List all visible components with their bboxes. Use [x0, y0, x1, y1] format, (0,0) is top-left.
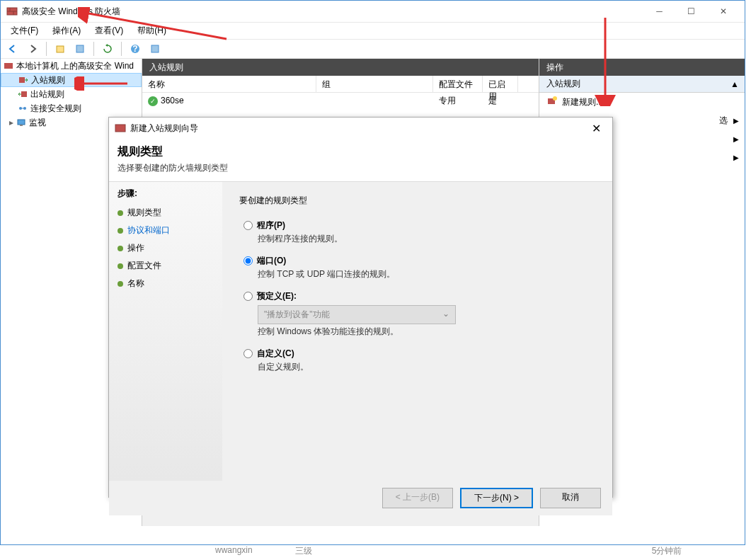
svg-rect-4	[57, 46, 64, 52]
help-button[interactable]: ?	[127, 41, 143, 57]
dialog-header: 规则类型 选择要创建的防火墙规则类型	[109, 139, 612, 182]
col-name[interactable]: 名称	[142, 76, 316, 92]
forward-button[interactable]	[25, 41, 40, 57]
nav-rule-type[interactable]: 规则类型	[113, 204, 218, 222]
radio-port-input[interactable]	[243, 256, 253, 265]
window-title: 高级安全 Windows 防火墙	[22, 6, 643, 18]
dialog-title: 新建入站规则向导	[130, 122, 585, 135]
close-button[interactable]: ✕	[707, 1, 739, 22]
radio-custom-desc: 自定义规则。	[258, 361, 595, 373]
rule-profile: 专用	[433, 93, 483, 108]
svg-point-18	[553, 96, 557, 101]
tree-connection[interactable]: 连接安全规则	[1, 101, 142, 115]
bullet-icon	[117, 210, 123, 216]
dialog-steps-nav: 步骤: 规则类型 协议和端口 操作 配置文件 名称	[109, 182, 222, 481]
col-enabled[interactable]: 已启用	[483, 76, 518, 92]
radio-custom[interactable]: 自定义(C)	[243, 348, 595, 360]
actions-sub-label: 入站规则	[546, 78, 580, 90]
nav-title: 步骤:	[113, 188, 218, 200]
tree-root[interactable]: 本地计算机 上的高级安全 Wind	[1, 59, 142, 73]
refresh-button[interactable]	[100, 41, 115, 57]
svg-rect-19	[115, 125, 125, 132]
rules-header: 入站规则	[142, 59, 539, 76]
svg-rect-8	[151, 45, 159, 52]
action-filter-label: 选	[719, 115, 728, 127]
dialog-close-button[interactable]: ✕	[585, 118, 607, 139]
tree-outbound[interactable]: 出站规则	[1, 87, 142, 101]
cancel-button[interactable]: 取消	[540, 488, 601, 508]
tree-outbound-label: 出站规则	[30, 88, 64, 101]
footer-user: wwangxin	[215, 545, 253, 557]
dialog-content: 要创建的规则类型 程序(P) 控制程序连接的规则。 端口(O) 控制 TCP 或…	[222, 182, 612, 481]
nav-action[interactable]: 操作	[113, 239, 218, 257]
page-footer: wwangxin 三级 5分钟前	[212, 542, 684, 560]
radio-custom-input[interactable]	[243, 349, 253, 358]
connection-icon	[18, 103, 28, 113]
new-rule-wizard-dialog: 新建入站规则向导 ✕ 规则类型 选择要创建的防火墙规则类型 步骤: 规则类型 协…	[108, 117, 613, 498]
firewall-icon	[4, 61, 13, 71]
tree-monitor-label: 监视	[29, 117, 46, 129]
chevron-down-icon: ⌄	[442, 309, 449, 321]
bullet-icon	[117, 281, 123, 287]
actions-sub-header[interactable]: 入站规则 ▲	[539, 76, 745, 93]
nav-protocol[interactable]: 协议和端口	[113, 222, 218, 239]
svg-rect-10	[19, 77, 25, 83]
action-new-rule[interactable]: 新建规则...	[539, 93, 745, 111]
radio-program-desc: 控制程序连接的规则。	[258, 233, 595, 245]
dialog-heading: 规则类型	[117, 144, 604, 159]
svg-rect-11	[21, 91, 27, 97]
bullet-icon	[117, 263, 123, 269]
radio-predefined-desc: 控制 Windows 体验功能连接的规则。	[258, 326, 595, 338]
nav-name[interactable]: 名称	[113, 275, 218, 292]
menu-action[interactable]: 操作(A)	[47, 23, 86, 38]
radio-program-input[interactable]	[243, 221, 253, 230]
svg-rect-5	[76, 45, 84, 52]
col-group[interactable]: 组	[316, 76, 433, 92]
window-controls: ─ ☐ ✕	[643, 1, 739, 22]
minimize-button[interactable]: ─	[643, 1, 675, 22]
inbound-icon	[18, 75, 28, 85]
dialog-buttons: < 上一步(B) 下一步(N) > 取消	[109, 481, 612, 515]
bullet-icon	[117, 246, 123, 251]
back-button[interactable]	[5, 41, 21, 57]
dialog-prompt: 要创建的规则类型	[239, 195, 595, 207]
outbound-icon	[18, 89, 28, 99]
dialog-titlebar: 新建入站规则向导 ✕	[109, 118, 612, 139]
bullet-icon	[117, 228, 123, 234]
radio-program[interactable]: 程序(P)	[243, 219, 595, 232]
radio-predefined-input[interactable]	[243, 292, 253, 301]
radio-predefined[interactable]: 预定义(E):	[243, 290, 595, 302]
predefined-dropdown: "播放到设备"功能⌄	[258, 305, 456, 324]
actions-header: 操作	[539, 59, 745, 76]
nav-profile[interactable]: 配置文件	[113, 257, 218, 275]
svg-rect-16	[20, 125, 23, 126]
dialog-subheading: 选择要创建的防火墙规则类型	[117, 162, 604, 174]
collapse-icon[interactable]: ▲	[730, 79, 739, 89]
menubar: 文件(F) 操作(A) 查看(V) 帮助(H)	[1, 22, 745, 39]
rule-name: 360se	[161, 96, 184, 105]
toolbar: ?	[1, 39, 745, 59]
tree-inbound[interactable]: 入站规则	[1, 73, 142, 87]
menu-view[interactable]: 查看(V)	[89, 23, 129, 38]
col-profile[interactable]: 配置文件	[433, 76, 483, 92]
rule-enabled: 是	[483, 93, 518, 108]
radio-port[interactable]: 端口(O)	[243, 255, 595, 267]
list-header: 名称 组 配置文件 已启用	[142, 76, 539, 93]
menu-help[interactable]: 帮助(H)	[132, 23, 172, 38]
up-button[interactable]	[52, 41, 68, 57]
chevron-right-icon: ▶	[733, 117, 739, 125]
list-row[interactable]: ✓360se 专用 是	[142, 93, 539, 108]
tree-root-label: 本地计算机 上的高级安全 Wind	[16, 60, 134, 72]
maximize-button[interactable]: ☐	[675, 1, 707, 22]
monitor-icon	[16, 118, 26, 127]
chevron-right-icon: ▶	[733, 135, 739, 143]
svg-text:?: ?	[132, 44, 137, 54]
next-button[interactable]: 下一步(N) >	[460, 488, 533, 508]
expand-icon[interactable]: ▸	[9, 118, 13, 127]
menu-file[interactable]: 文件(F)	[5, 23, 44, 38]
properties-button[interactable]	[72, 41, 88, 57]
back-button: < 上一步(B)	[382, 488, 453, 508]
export-button[interactable]	[147, 41, 163, 57]
radio-port-desc: 控制 TCP 或 UDP 端口连接的规则。	[258, 268, 595, 280]
titlebar: 高级安全 Windows 防火墙 ─ ☐ ✕	[1, 1, 745, 22]
